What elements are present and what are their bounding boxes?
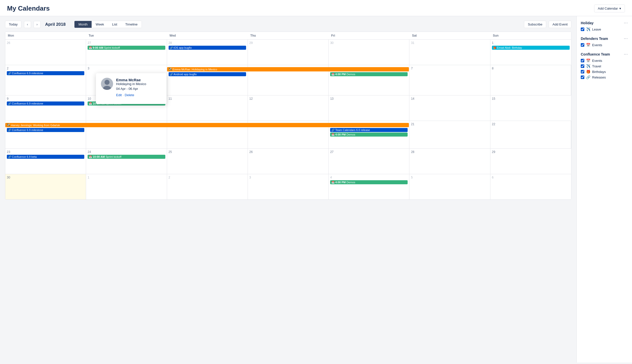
day-cell[interactable]: 29 <box>490 149 571 174</box>
main-layout: Today ‹ › April 2018 Month Week List Tim… <box>0 16 632 362</box>
event-confluence-milestone[interactable]: 🔗 Confluence 6.9 milestone <box>7 128 84 132</box>
events-icon: 📅 <box>586 59 590 63</box>
day-cell[interactable]: 1 <box>86 174 167 199</box>
add-event-button[interactable]: Add Event <box>549 21 571 28</box>
view-tabs: Month Week List Timeline <box>74 21 142 28</box>
day-cell[interactable]: 29 <box>248 40 329 65</box>
day-cell[interactable]: 26 <box>248 149 329 174</box>
popup-info: Emma McRae Holidaying in Mexico 04 Apr -… <box>116 78 146 97</box>
day-cell[interactable]: 28 🔗 iOS app bugfix <box>167 40 248 65</box>
event-emma-mcrae[interactable]: ✈️ Emma McRae: Holidaying in Mexico <box>167 67 409 71</box>
prev-month-button[interactable]: ‹ <box>24 21 31 28</box>
events-icon: 📅 <box>586 43 590 47</box>
week-row: 30 1 2 3 4 📅4:00 PM Demos 5 6 <box>5 174 571 199</box>
sidebar-confluence-more[interactable]: ··· <box>624 52 628 57</box>
event-sprint-kickoff[interactable]: 📅10:00 AM Sprint kickoff <box>88 155 165 159</box>
event-ios-bugfix[interactable]: 🔗 iOS app bugfix <box>169 46 246 50</box>
subscribe-button[interactable]: Subscribe <box>524 21 546 28</box>
day-cell[interactable]: 25 <box>167 149 248 174</box>
popup-delete-link[interactable]: Delete <box>125 93 134 97</box>
popup-header: Emma McRae Holidaying in Mexico 04 Apr -… <box>101 78 162 97</box>
day-cell[interactable]: 8 <box>490 65 571 95</box>
day-cell-today[interactable]: 30 <box>5 174 86 199</box>
tab-month[interactable]: Month <box>74 21 92 28</box>
sidebar-releases-label: Releases <box>592 75 606 79</box>
popup-person-name: Emma McRae <box>116 78 146 82</box>
sidebar-checkbox[interactable] <box>581 59 584 62</box>
tab-timeline[interactable]: Timeline <box>121 21 142 28</box>
sidebar-confluence-title: Confluence Team <box>581 52 610 56</box>
next-month-button[interactable]: › <box>34 21 41 28</box>
day-cell[interactable]: 3 <box>248 174 329 199</box>
current-month-label: April 2018 <box>45 22 66 27</box>
week-row: 23 🔗 Confluence 6.9 beta 24 📅10:00 AM Sp… <box>5 149 571 174</box>
tab-list[interactable]: List <box>108 21 121 28</box>
day-cell[interactable]: 23 🔗 Confluence 6.9 beta <box>5 149 86 174</box>
event-confluence-beta[interactable]: 🔗 Confluence 6.9 beta <box>7 155 84 159</box>
day-cell[interactable]: 26 <box>5 40 86 65</box>
sidebar-item: 📅 Events <box>581 43 628 47</box>
day-cell[interactable]: 22 <box>490 121 571 148</box>
sidebar-leave-label: Leave <box>592 28 601 31</box>
week-row: 16 🔗 Confluence 6.9 milestone 17 18 19 2… <box>5 121 571 149</box>
popup-date-range: 04 Apr - 06 Apr <box>116 87 146 91</box>
day-cell[interactable]: 2 <box>167 174 248 199</box>
event-confluence-milestone[interactable]: 🔗 Confluence 6.9 milestone <box>7 71 84 75</box>
app-header: My Calendars Add Calendar ▾ <box>0 0 632 16</box>
event-demos[interactable]: 📅4:00 PM Demos <box>330 72 408 76</box>
week-row: 2 🔗 Confluence 6.9 milestone 3 4 🔗 Andro… <box>5 65 571 95</box>
day-cell[interactable]: 5 <box>409 174 490 199</box>
day-cell[interactable]: 28 <box>409 149 490 174</box>
sidebar-holiday-title: Holiday <box>581 21 594 25</box>
avatar <box>101 78 113 90</box>
event-demos[interactable]: 📅4:00 PM Demos <box>330 133 408 137</box>
day-cell[interactable]: 31 <box>409 40 490 65</box>
event-harvey-jennings[interactable]: ✈️ Harvey Jennings: Working from Gdańsk <box>5 123 409 127</box>
calendar-weeks: 26 27 📅9:00 AM Sprint kickoff 28 🔗 iOS a… <box>5 40 571 199</box>
sidebar-checkbox[interactable] <box>581 43 584 47</box>
day-cell[interactable]: 7 <box>409 65 490 95</box>
add-calendar-button[interactable]: Add Calendar ▾ <box>594 5 625 12</box>
event-demos[interactable]: 📅4:00 PM Demos <box>330 180 408 184</box>
event-sprint-kickoff[interactable]: 📅9:00 AM Sprint kickoff <box>88 46 165 50</box>
day-cell[interactable]: 21 <box>409 121 490 148</box>
event-android-bugfix[interactable]: 🔗 Android app bugfix <box>169 72 246 76</box>
day-cell[interactable]: 27 <box>329 149 409 174</box>
day-cell[interactable]: 14 <box>409 95 490 121</box>
day-cell[interactable]: 13 <box>329 95 409 121</box>
today-button[interactable]: Today <box>5 21 21 28</box>
day-header-fri: Fri <box>329 32 409 39</box>
travel-icon: ✈️ <box>586 64 590 68</box>
popup-edit-link[interactable]: Edit <box>116 93 122 97</box>
day-cell[interactable]: 4 📅4:00 PM Demos <box>329 174 409 199</box>
day-cell[interactable]: 15 <box>490 95 571 121</box>
sidebar: Holiday ··· ✈️ Leave Defenders Team ··· … <box>576 16 632 362</box>
sidebar-defenders-more[interactable]: ··· <box>624 36 628 41</box>
day-cell[interactable]: 24 📅10:00 AM Sprint kickoff <box>86 149 167 174</box>
sidebar-checkbox[interactable] <box>581 75 584 79</box>
sidebar-holiday-more[interactable]: ··· <box>624 21 628 25</box>
sidebar-section-confluence: Confluence Team ··· 📅 Events ✈️ Travel 🎁… <box>581 52 628 79</box>
sidebar-item: ✈️ Travel <box>581 64 628 68</box>
day-cell[interactable]: 6 <box>490 174 571 199</box>
page-title: My Calendars <box>7 5 50 12</box>
sidebar-checkbox[interactable] <box>581 28 584 31</box>
leave-icon: ✈️ <box>586 27 590 31</box>
day-cell[interactable]: 9 🔗 Confluence 6.9 milestone <box>5 95 86 121</box>
sidebar-item: 🎁 Birthdays <box>581 70 628 74</box>
day-header-thu: Thu <box>248 32 329 39</box>
sidebar-checkbox[interactable] <box>581 64 584 68</box>
event-confluence-milestone[interactable]: 🔗 Confluence 6.9 milestone <box>7 101 84 106</box>
day-cell[interactable]: 11 <box>167 95 248 121</box>
sidebar-section-holiday: Holiday ··· ✈️ Leave <box>581 21 628 31</box>
tab-week[interactable]: Week <box>92 21 108 28</box>
day-cell[interactable]: 2 🔗 Confluence 6.9 milestone <box>5 65 86 95</box>
day-cell[interactable]: 30 <box>329 40 409 65</box>
week-row: 9 🔗 Confluence 6.9 milestone 10 📅10:00 A… <box>5 95 571 121</box>
sidebar-checkbox[interactable] <box>581 70 584 73</box>
event-team-calendars-release[interactable]: 🔗 Team Calendars 6.0 release <box>330 128 408 132</box>
day-cell[interactable]: 12 <box>248 95 329 121</box>
day-cell[interactable]: 1 🎁 Emad Abdi: Birthday <box>490 40 571 65</box>
day-cell[interactable]: 27 📅9:00 AM Sprint kickoff <box>86 40 167 65</box>
event-emad-birthday[interactable]: 🎁 Emad Abdi: Birthday <box>492 46 570 50</box>
